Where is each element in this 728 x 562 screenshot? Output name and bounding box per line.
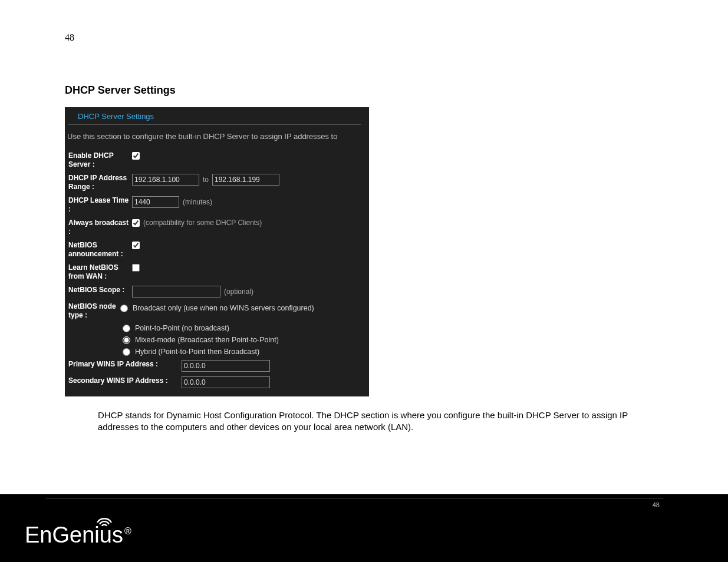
- wifi-icon: [95, 512, 113, 526]
- ip-range-label: DHCP IP Address Range :: [68, 174, 132, 191]
- learn-netbios-wan-label: Learn NetBIOS from WAN :: [68, 263, 132, 281]
- primary-wins-input[interactable]: [182, 360, 270, 372]
- dhcp-settings-panel: DHCP Server Settings Use this section to…: [65, 107, 369, 396]
- netbios-scope-input[interactable]: [132, 286, 220, 297]
- primary-wins-label: Primary WINS IP Address :: [68, 360, 182, 369]
- panel-header: DHCP Server Settings: [68, 111, 361, 125]
- enable-dhcp-label: Enable DHCP Server :: [68, 151, 132, 169]
- footer-divider: [46, 498, 663, 498]
- scope-hint: (optional): [224, 287, 253, 296]
- registered-icon: ®: [124, 526, 131, 536]
- learn-netbios-wan-checkbox[interactable]: [132, 264, 140, 272]
- node-ptp-text: Point-to-Point (no broadcast): [135, 324, 229, 332]
- ip-range-start-input[interactable]: [132, 174, 199, 186]
- enable-dhcp-checkbox[interactable]: [132, 152, 140, 160]
- netbios-scope-label: NetBIOS Scope :: [68, 286, 132, 295]
- lease-hint: (minutes): [183, 198, 212, 206]
- range-to-text: to: [203, 176, 209, 184]
- explanation-text: DHCP stands for Dynamic Host Configurati…: [98, 409, 634, 434]
- panel-description: Use this section to configure the built-…: [65, 128, 369, 149]
- always-broadcast-checkbox[interactable]: [132, 219, 140, 227]
- node-hybrid-text: Hybrid (Point-to-Point then Broadcast): [135, 348, 259, 356]
- netbios-announcement-label: NetBIOS announcement :: [68, 241, 132, 259]
- lease-time-label: DHCP Lease Time :: [68, 196, 132, 214]
- secondary-wins-label: Secondary WINS IP Address :: [68, 376, 182, 385]
- secondary-wins-input[interactable]: [182, 376, 270, 388]
- ip-range-end-input[interactable]: [212, 174, 279, 186]
- node-mixed-radio[interactable]: [123, 336, 130, 344]
- broadcast-hint: (compatibility for some DHCP Clients): [143, 219, 262, 227]
- page-footer: 48 EnGeni us®: [0, 494, 728, 562]
- netbios-announcement-checkbox[interactable]: [132, 242, 140, 249]
- node-ptp-radio[interactable]: [123, 325, 130, 332]
- always-broadcast-label: Always broadcast :: [68, 219, 132, 236]
- footer-page-number: 48: [653, 501, 660, 508]
- brand-logo: EnGeni us®: [25, 523, 131, 548]
- node-hybrid-radio[interactable]: [123, 348, 130, 356]
- page-number-top: 48: [65, 32, 663, 43]
- lease-time-input[interactable]: [132, 196, 179, 208]
- node-broadcast-text: Broadcast only (use when no WINS servers…: [133, 304, 314, 312]
- node-broadcast-radio[interactable]: [120, 305, 128, 312]
- netbios-node-type-label: NetBIOS node type :: [68, 302, 120, 320]
- node-mixed-text: Mixed-mode (Broadcast then Point-to-Poin…: [135, 336, 279, 344]
- section-title: DHCP Server Settings: [65, 84, 663, 97]
